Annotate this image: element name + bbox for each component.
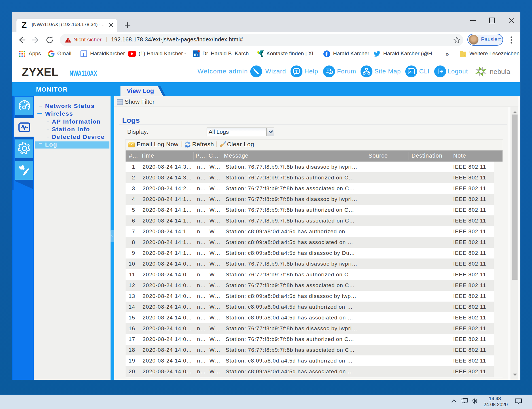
- svg-text:in: in: [194, 52, 198, 57]
- svg-text:?: ?: [295, 69, 298, 74]
